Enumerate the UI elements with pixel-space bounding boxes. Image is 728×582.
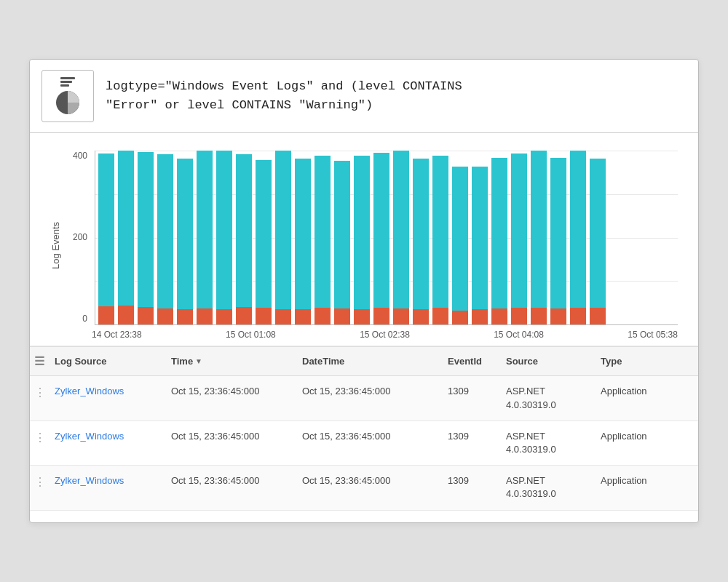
dots-menu-icon[interactable]: ⋮ — [34, 386, 46, 399]
sort-arrow-icon: ▼ — [195, 357, 202, 365]
bar-red — [197, 308, 213, 324]
bar-blue — [550, 158, 566, 308]
bar-red — [314, 308, 331, 324]
bar-group — [177, 151, 193, 324]
row-datetime: Oct 15, 23:36:45:000 — [298, 473, 443, 489]
row-datetime: Oct 15, 23:36:45:000 — [298, 428, 443, 445]
row-eventid: 1309 — [443, 473, 502, 489]
bar-red — [118, 306, 134, 324]
bar-group — [373, 151, 389, 324]
row-time: Oct 15, 23:36:45:000 — [167, 428, 298, 445]
row-datetime: Oct 15, 23:36:45:000 — [298, 383, 443, 399]
table-row: ⋮ Zylker_Windows Oct 15, 23:36:45:000 Oc… — [30, 421, 698, 466]
dots-menu-icon[interactable]: ⋮ — [34, 431, 46, 444]
bar-blue — [511, 154, 527, 308]
bar-red — [452, 311, 468, 324]
bar-group — [295, 151, 311, 324]
th-source: Source — [502, 353, 596, 370]
bar-red — [432, 308, 448, 324]
y-tick-400: 400 — [66, 151, 87, 161]
row-eventid: 1309 — [443, 428, 502, 445]
row-time: Oct 15, 23:36:45:000 — [167, 473, 298, 489]
table-section: ☰ Log Source Time ▼ DateTime EventId Sou… — [30, 346, 698, 522]
bar-blue — [590, 159, 606, 308]
row-dots[interactable]: ⋮ — [30, 383, 50, 402]
main-card: logtype="Windows Event Logs" and (level … — [29, 59, 699, 522]
x-label: 15 Oct 04:08 — [494, 330, 544, 340]
lines-icon — [60, 77, 75, 87]
table-header-row: ☰ Log Source Time ▼ DateTime EventId Sou… — [30, 346, 698, 376]
row-log-source[interactable]: Zylker_Windows — [50, 473, 167, 489]
row-type: Application — [596, 473, 654, 489]
bar-red — [413, 309, 429, 324]
bars-and-y: 0 200 400 — [66, 151, 678, 325]
log-source-link[interactable]: Zylker_Windows — [55, 475, 124, 486]
bar-blue — [472, 167, 488, 309]
bar-red — [590, 308, 606, 324]
bar-blue — [197, 151, 213, 308]
log-source-link[interactable]: Zylker_Windows — [55, 431, 124, 442]
x-label: 15 Oct 01:08 — [226, 330, 276, 340]
x-axis: 14 Oct 23:3815 Oct 01:0815 Oct 02:3815 O… — [66, 325, 678, 340]
bar-red — [354, 309, 370, 324]
bar-red — [256, 308, 272, 324]
bar-red — [511, 308, 527, 324]
bar-group — [314, 151, 331, 324]
log-source-link[interactable]: Zylker_Windows — [55, 386, 124, 396]
bar-group — [590, 151, 606, 324]
bar-red — [531, 308, 547, 325]
y-tick-200: 200 — [66, 232, 87, 242]
query-text: logtype="Windows Event Logs" and (level … — [106, 77, 462, 116]
bar-group — [531, 151, 547, 324]
bar-red — [491, 308, 507, 324]
table-body: ⋮ Zylker_Windows Oct 15, 23:36:45:000 Oc… — [30, 376, 698, 510]
row-type: Application — [596, 428, 654, 445]
bar-group — [413, 151, 429, 324]
icon-line-2 — [60, 81, 72, 83]
row-log-source[interactable]: Zylker_Windows — [50, 383, 167, 399]
bar-group — [157, 151, 173, 324]
bar-group — [118, 151, 134, 324]
row-dots[interactable]: ⋮ — [30, 428, 50, 447]
row-log-source[interactable]: Zylker_Windows — [50, 428, 167, 445]
bar-group — [334, 151, 350, 324]
bar-red — [570, 308, 586, 325]
row-source: ASP.NET 4.0.30319.0 — [502, 473, 596, 502]
bar-blue — [256, 160, 272, 308]
y-axis-label: Log Events — [50, 222, 61, 269]
bar-blue — [413, 159, 429, 309]
bar-blue — [570, 151, 586, 307]
bar-blue — [236, 154, 252, 307]
bar-red — [295, 309, 311, 324]
bar-group — [491, 151, 507, 324]
chart-inner: 0 200 400 14 Oct 23:3815 Oct 01:0815 Oct… — [66, 151, 678, 340]
bar-red — [236, 307, 252, 324]
row-dots[interactable]: ⋮ — [30, 473, 50, 492]
grid-icon: ☰ — [34, 354, 44, 368]
table-row: ⋮ Zylker_Windows Oct 15, 23:36:45:000 Oc… — [30, 376, 698, 420]
row-eventid: 1309 — [443, 383, 502, 399]
table-row: ⋮ Zylker_Windows Oct 15, 23:36:45:000 Oc… — [30, 466, 698, 510]
dots-menu-icon[interactable]: ⋮ — [34, 476, 46, 488]
bars-wrapper — [95, 151, 678, 325]
th-icon-col: ☰ — [30, 353, 50, 370]
th-eventid: EventId — [443, 353, 502, 370]
bar-red — [393, 308, 409, 324]
bar-blue — [432, 156, 448, 308]
x-label: 15 Oct 05:38 — [628, 330, 678, 340]
bar-red — [472, 309, 488, 324]
bar-red — [550, 308, 566, 324]
bar-group — [452, 151, 468, 324]
th-time: Time ▼ — [167, 353, 298, 370]
th-datetime: DateTime — [298, 353, 443, 370]
row-source: ASP.NET 4.0.30319.0 — [502, 428, 596, 458]
row-type: Application — [596, 383, 654, 399]
th-type: Type — [596, 353, 654, 370]
bar-group — [511, 151, 527, 324]
header-icon-box — [41, 70, 94, 122]
bar-group — [236, 151, 252, 324]
bar-blue — [491, 158, 507, 308]
bar-group — [550, 151, 566, 324]
bar-red — [177, 309, 193, 324]
bar-group — [256, 151, 272, 324]
